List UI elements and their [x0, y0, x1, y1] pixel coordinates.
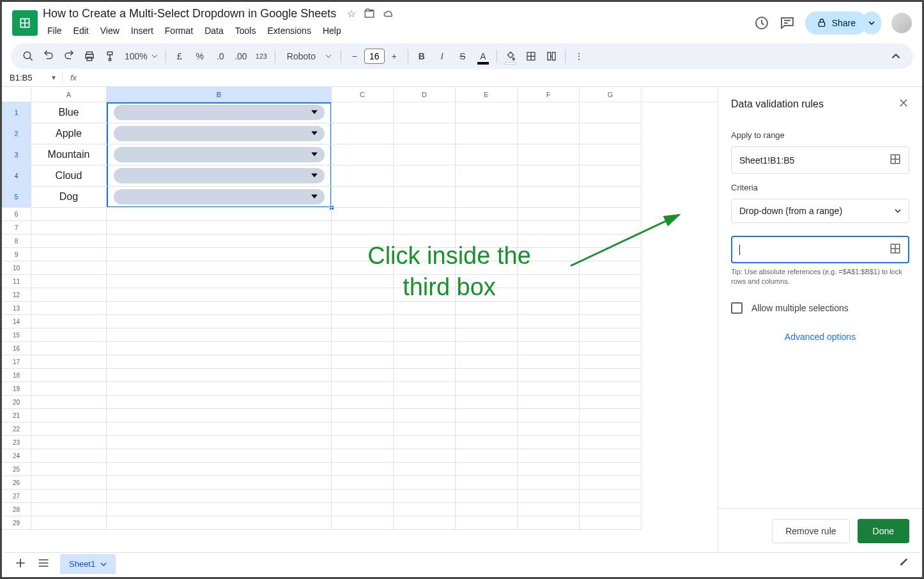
row-header[interactable]: 22 — [2, 422, 31, 436]
cell[interactable] — [456, 235, 518, 248]
cell[interactable] — [31, 235, 107, 248]
cell[interactable] — [580, 144, 642, 166]
undo-icon[interactable] — [39, 47, 58, 66]
cell[interactable] — [107, 396, 332, 409]
col-header-e[interactable]: E — [456, 87, 518, 102]
cell[interactable] — [31, 490, 107, 503]
star-icon[interactable]: ☆ — [347, 8, 356, 22]
row-header[interactable]: 17 — [2, 355, 31, 369]
cell[interactable] — [107, 315, 332, 328]
row-header[interactable]: 5 — [2, 187, 31, 208]
row-header[interactable]: 11 — [2, 275, 31, 288]
cell[interactable] — [456, 302, 518, 315]
cell[interactable] — [518, 436, 580, 449]
text-color-icon[interactable]: A — [474, 47, 493, 66]
cell[interactable] — [394, 369, 456, 382]
cell[interactable] — [31, 516, 107, 530]
cell[interactable] — [580, 436, 642, 449]
cell[interactable] — [31, 422, 107, 436]
currency-icon[interactable]: £ — [170, 47, 189, 66]
advanced-options-link[interactable]: Advanced options — [731, 332, 909, 342]
cell[interactable] — [394, 490, 456, 503]
comment-icon[interactable] — [780, 15, 795, 31]
cell[interactable] — [107, 422, 332, 436]
cell[interactable] — [456, 396, 518, 409]
cell[interactable] — [456, 503, 518, 516]
cell[interactable] — [394, 235, 456, 248]
cell[interactable] — [107, 288, 332, 302]
cell[interactable] — [31, 342, 107, 355]
cell[interactable] — [31, 409, 107, 422]
cell[interactable] — [107, 208, 332, 221]
cell[interactable] — [394, 275, 456, 288]
cell[interactable] — [456, 248, 518, 261]
cell[interactable]: Blue — [31, 102, 107, 123]
col-header-f[interactable]: F — [518, 87, 580, 102]
cell[interactable] — [332, 302, 394, 315]
cell[interactable] — [456, 476, 518, 490]
cell[interactable] — [31, 355, 107, 369]
cell[interactable] — [580, 302, 642, 315]
cell[interactable] — [518, 302, 580, 315]
cell[interactable] — [107, 166, 332, 187]
cell[interactable] — [332, 328, 394, 342]
cell[interactable] — [31, 382, 107, 396]
cell[interactable] — [332, 261, 394, 275]
cell[interactable] — [332, 355, 394, 369]
cell[interactable] — [332, 248, 394, 261]
cell[interactable] — [332, 382, 394, 396]
cell[interactable] — [332, 221, 394, 235]
cell[interactable] — [580, 221, 642, 235]
cell[interactable] — [31, 476, 107, 490]
cell[interactable] — [580, 490, 642, 503]
cell[interactable] — [456, 328, 518, 342]
cell[interactable] — [332, 144, 394, 166]
cell[interactable] — [456, 123, 518, 144]
row-header[interactable]: 2 — [2, 123, 31, 144]
strikethrough-icon[interactable]: S — [453, 47, 472, 66]
percent-icon[interactable]: % — [190, 47, 210, 66]
cell[interactable] — [580, 288, 642, 302]
row-header[interactable]: 26 — [2, 476, 31, 490]
cell[interactable] — [580, 422, 642, 436]
cell[interactable] — [580, 187, 642, 208]
dropdown-chip[interactable] — [114, 189, 325, 205]
cell[interactable] — [456, 422, 518, 436]
cell[interactable] — [518, 187, 580, 208]
cell[interactable] — [332, 166, 394, 187]
cell[interactable] — [580, 463, 642, 476]
cell[interactable] — [107, 436, 332, 449]
cell[interactable] — [394, 503, 456, 516]
cell[interactable] — [332, 235, 394, 248]
cell[interactable] — [580, 503, 642, 516]
cell[interactable] — [518, 235, 580, 248]
namebox-dropdown-icon[interactable]: ▼ — [50, 74, 57, 81]
cell[interactable] — [580, 208, 642, 221]
cell[interactable] — [518, 490, 580, 503]
increase-font-icon[interactable]: + — [385, 47, 404, 66]
cell[interactable] — [107, 516, 332, 530]
cell[interactable] — [580, 166, 642, 187]
cell[interactable] — [332, 422, 394, 436]
cell[interactable] — [518, 166, 580, 187]
cell[interactable] — [456, 275, 518, 288]
cell[interactable] — [518, 396, 580, 409]
bold-icon[interactable]: B — [412, 47, 431, 66]
cell[interactable] — [518, 463, 580, 476]
cell[interactable]: Cloud — [31, 166, 107, 187]
cell[interactable] — [31, 449, 107, 463]
menu-help[interactable]: Help — [318, 23, 346, 38]
cell[interactable] — [456, 144, 518, 166]
cell[interactable] — [394, 476, 456, 490]
avatar[interactable] — [891, 13, 912, 33]
cell[interactable] — [332, 396, 394, 409]
cell[interactable] — [107, 355, 332, 369]
cell[interactable] — [456, 342, 518, 355]
row-header[interactable]: 19 — [2, 382, 31, 396]
cell[interactable] — [580, 235, 642, 248]
cell[interactable] — [456, 102, 518, 123]
document-title[interactable]: How to Create a Multi-Select Dropdown in… — [43, 7, 336, 20]
menu-data[interactable]: Data — [200, 23, 228, 38]
col-header-c[interactable]: C — [332, 87, 394, 102]
cell[interactable] — [107, 221, 332, 235]
